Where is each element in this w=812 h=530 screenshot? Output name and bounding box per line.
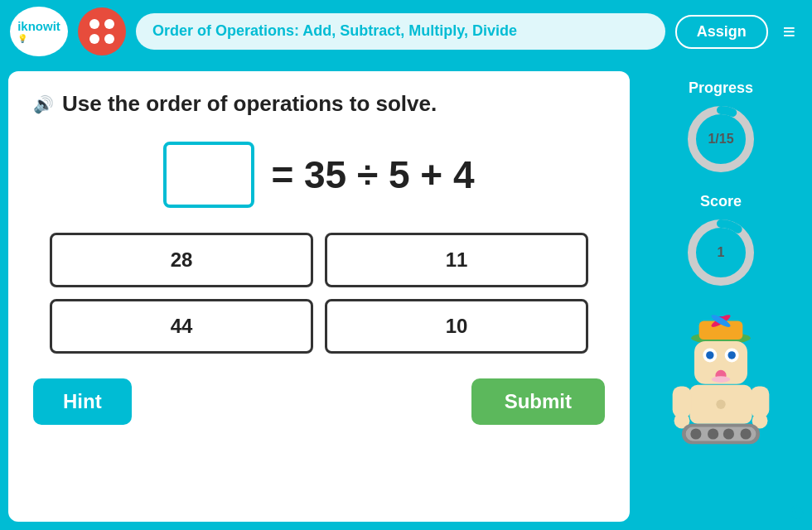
dot4 xyxy=(104,34,114,44)
lesson-title: Order of Operations: Add, Subtract, Mult… xyxy=(136,13,665,49)
question-header: 🔊 Use the order of operations to solve. xyxy=(33,91,605,117)
dot1 xyxy=(89,19,99,29)
score-ring: 1 xyxy=(684,215,758,290)
equation-text: = 35 ÷ 5 + 4 xyxy=(271,152,474,197)
choice-44[interactable]: 44 xyxy=(50,299,313,354)
menu-button[interactable]: ≡ xyxy=(776,17,802,46)
dice-icon xyxy=(78,7,126,55)
score-label: Score xyxy=(700,193,742,210)
main-content: 🔊 Use the order of operations to solve. … xyxy=(0,63,812,530)
choice-11[interactable]: 11 xyxy=(325,233,588,287)
header: iknowit 💡 Order of Operations: Add, Subt… xyxy=(0,0,812,63)
choices-grid: 28 11 44 10 xyxy=(33,233,605,354)
hint-button[interactable]: Hint xyxy=(33,378,132,425)
svg-rect-19 xyxy=(751,387,770,418)
choice-10[interactable]: 10 xyxy=(325,299,588,354)
logo: iknowit 💡 xyxy=(10,7,68,56)
svg-point-24 xyxy=(690,428,701,439)
robot-illustration xyxy=(663,315,779,447)
svg-point-25 xyxy=(708,428,718,439)
logo-bulb: 💡 xyxy=(17,34,60,43)
progress-section: Progress 1/15 xyxy=(684,80,758,176)
header-actions: Assign ≡ xyxy=(675,15,802,49)
nav-circle-icon[interactable]: ⊙ xyxy=(789,500,805,523)
progress-ring: 1/15 xyxy=(684,102,758,176)
answer-box xyxy=(163,142,254,208)
progress-label: Progress xyxy=(689,80,753,97)
sidebar: Progress 1/15 Score 1 xyxy=(638,71,804,522)
logo-text: iknowit xyxy=(17,20,60,34)
sound-icon[interactable]: 🔊 xyxy=(33,94,54,114)
svg-rect-18 xyxy=(673,387,692,418)
svg-point-12 xyxy=(706,351,713,359)
question-instruction: Use the order of operations to solve. xyxy=(62,91,437,117)
dot3 xyxy=(89,34,99,44)
dot2 xyxy=(104,19,114,29)
svg-point-27 xyxy=(741,428,752,439)
choice-28[interactable]: 28 xyxy=(50,233,313,287)
score-section: Score 1 xyxy=(684,193,758,290)
svg-point-17 xyxy=(716,400,725,409)
progress-value: 1/15 xyxy=(708,132,733,147)
bottom-bar: Hint Submit xyxy=(33,370,605,425)
equation-area: = 35 ÷ 5 + 4 xyxy=(33,133,605,216)
assign-button[interactable]: Assign xyxy=(675,15,768,49)
submit-button[interactable]: Submit xyxy=(471,378,605,425)
svg-point-15 xyxy=(712,376,731,383)
svg-point-26 xyxy=(723,428,734,439)
question-area: 🔊 Use the order of operations to solve. … xyxy=(8,71,630,522)
robot-svg xyxy=(663,315,779,447)
score-value: 1 xyxy=(718,245,725,260)
svg-point-13 xyxy=(727,351,735,359)
